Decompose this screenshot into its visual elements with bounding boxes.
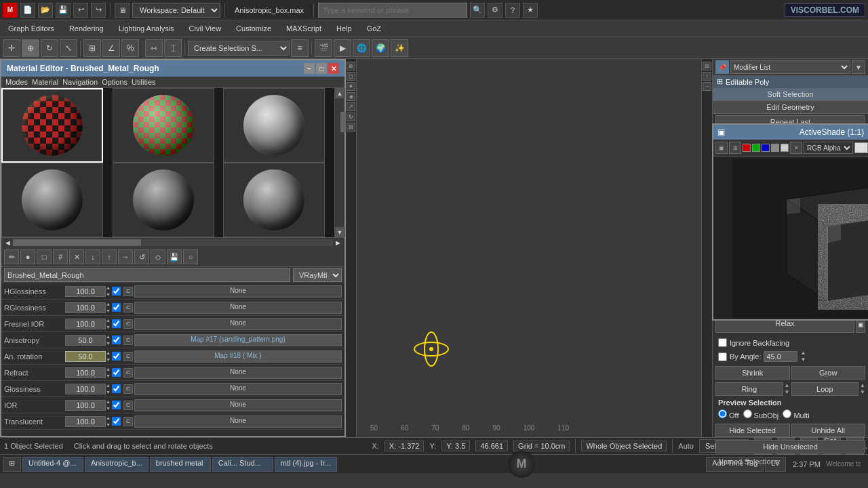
save-mat-icon[interactable]: 💾 xyxy=(167,249,182,264)
select-tool-icon[interactable]: ⊕ xyxy=(347,62,355,70)
mat-checkerboard-icon[interactable]: # xyxy=(53,249,68,264)
viewport-btn[interactable]: 🖥 xyxy=(115,3,130,18)
scroll-left-icon[interactable]: ◄ xyxy=(4,239,12,247)
mat-sphere-icon[interactable]: ● xyxy=(20,249,35,264)
ignore-backfacing-check[interactable] xyxy=(718,338,727,347)
mat-menu-navigation[interactable]: Navigation xyxy=(62,78,98,86)
panel-options-icon[interactable]: ▼ xyxy=(852,60,865,74)
align-btn[interactable]: ⌶ xyxy=(164,39,182,57)
mirror-btn[interactable]: ⇿ xyxy=(145,39,163,57)
delete-mat-icon[interactable]: ✕ xyxy=(69,249,84,264)
param-check-1[interactable] xyxy=(112,303,121,312)
mat-effects-icon[interactable]: ○ xyxy=(183,249,198,264)
mat-type-dropdown[interactable]: VRayMtl xyxy=(293,268,342,282)
param-color-2[interactable]: C xyxy=(123,319,133,329)
param-arrows-8[interactable]: ▲▼ xyxy=(106,415,111,428)
menu-rendering[interactable]: Rendering xyxy=(62,23,111,34)
ring-btn[interactable]: Ring xyxy=(715,382,783,396)
param-map-btn-2[interactable]: None xyxy=(134,318,342,330)
top-icon[interactable]: ↑ xyxy=(703,72,711,81)
activeshade-btn[interactable]: 🌐 xyxy=(353,39,370,57)
help-btn[interactable]: ? xyxy=(505,3,520,18)
mat-menu-utilities[interactable]: Utilities xyxy=(132,78,155,86)
scroll-down-arrow[interactable]: ▼ xyxy=(335,227,345,237)
panel-pin-icon[interactable]: 📌 xyxy=(715,60,729,74)
param-val-0[interactable] xyxy=(65,286,106,297)
move-btn[interactable]: ⊕ xyxy=(22,39,39,57)
save-file-btn[interactable]: 💾 xyxy=(56,3,71,18)
param-arrows-2[interactable]: ▲▼ xyxy=(106,317,111,331)
get-mat-icon[interactable]: ↓ xyxy=(85,249,100,264)
grow-btn[interactable]: Grow xyxy=(791,366,866,380)
rotate-tool-icon[interactable]: ↻ xyxy=(347,113,355,121)
color-a[interactable] xyxy=(771,144,779,152)
fill-tool-icon[interactable]: ◈ xyxy=(347,92,355,101)
param-val-4[interactable] xyxy=(65,351,106,362)
hide-selected-btn[interactable]: Hide Selected xyxy=(715,424,790,437)
front-icon[interactable]: → xyxy=(703,82,711,91)
bookmark-btn[interactable]: ★ xyxy=(523,3,538,18)
scroll-up-arrow[interactable]: ▲ xyxy=(335,88,345,98)
open-file-btn[interactable]: 📂 xyxy=(38,3,53,18)
close-btn[interactable]: ✕ xyxy=(328,63,339,74)
hide-unselected-btn[interactable]: Hide Unselected xyxy=(715,440,865,453)
param-color-5[interactable]: C xyxy=(123,368,133,378)
param-map-btn-0[interactable]: None xyxy=(134,285,342,298)
param-map-btn-6[interactable]: None xyxy=(134,383,342,395)
param-val-3[interactable] xyxy=(65,335,106,346)
param-check-2[interactable] xyxy=(112,319,121,328)
sample-6[interactable] xyxy=(223,163,325,237)
angle-input[interactable] xyxy=(764,351,797,362)
preview-off[interactable]: Off xyxy=(718,409,739,420)
param-arrows-4[interactable]: ▲▼ xyxy=(106,350,111,363)
mat-menu-modes[interactable]: Modes xyxy=(5,78,28,86)
color-r[interactable] xyxy=(743,144,751,152)
param-val-6[interactable] xyxy=(65,384,106,394)
reset-mat-icon[interactable]: ↺ xyxy=(134,249,149,264)
ring-spinners[interactable]: ▲ ▼ xyxy=(785,382,790,396)
param-arrows-0[interactable]: ▲▼ xyxy=(106,285,111,298)
param-color-7[interactable]: C xyxy=(123,401,133,410)
param-color-6[interactable]: C xyxy=(123,384,133,394)
param-map-btn-4[interactable]: Map #18 ( Mix ) xyxy=(134,350,342,363)
mat-name-input[interactable] xyxy=(4,268,290,282)
render-env-btn[interactable]: 🌍 xyxy=(372,39,389,57)
param-check-0[interactable] xyxy=(112,287,121,296)
param-color-4[interactable]: C xyxy=(123,352,133,361)
paint-tool-icon[interactable]: ✦ xyxy=(347,82,355,91)
color-b[interactable] xyxy=(762,144,770,152)
angle-snap[interactable]: ∠ xyxy=(102,39,120,57)
zoom-tool-icon[interactable]: ⊞ xyxy=(347,123,355,131)
param-map-btn-7[interactable]: None xyxy=(134,399,342,411)
menu-lighting-analysis[interactable]: Lighting Analysis xyxy=(112,23,181,34)
loop-spinners[interactable]: ▲ ▼ xyxy=(860,382,865,396)
render-icon[interactable]: ▣ xyxy=(715,142,728,154)
perspective-icon[interactable]: ⊞ xyxy=(703,62,711,70)
menu-help[interactable]: Help xyxy=(330,23,359,34)
panel-mode-select[interactable]: Modifier List xyxy=(730,60,850,74)
rotate-btn[interactable]: ↻ xyxy=(41,39,58,57)
settings-btn[interactable]: ⚙ xyxy=(488,3,502,18)
sample-5[interactable] xyxy=(113,163,214,237)
unhide-all-btn[interactable]: Unhide All xyxy=(791,424,866,437)
preview-multi[interactable]: Multi xyxy=(783,409,809,420)
selection-filter[interactable]: Create Selection S... xyxy=(188,41,290,56)
render-btn[interactable]: ▶ xyxy=(334,39,351,57)
make-unique-icon[interactable]: ◇ xyxy=(151,249,165,264)
by-angle-check[interactable] xyxy=(718,352,727,361)
select-btn[interactable]: ✛ xyxy=(3,39,20,57)
menu-maxscript[interactable]: MAXScript xyxy=(279,23,328,34)
param-map-btn-1[interactable]: None xyxy=(134,302,342,314)
taskbar-btn-3[interactable]: Cali... Stud... xyxy=(212,457,273,472)
taskbar-btn-1[interactable]: Anisotropic_b... xyxy=(85,457,149,472)
sample-2[interactable] xyxy=(113,88,214,163)
param-check-8[interactable] xyxy=(112,417,121,426)
param-val-8[interactable] xyxy=(65,416,106,427)
color-g[interactable] xyxy=(752,144,760,152)
param-val-7[interactable] xyxy=(65,400,106,411)
param-val-1[interactable] xyxy=(65,302,106,313)
param-check-6[interactable] xyxy=(112,384,121,393)
soft-selection-header[interactable]: Soft Selection xyxy=(713,88,868,101)
mat-menu-options[interactable]: Options xyxy=(102,78,127,86)
scale-btn[interactable]: ⤡ xyxy=(60,39,77,57)
